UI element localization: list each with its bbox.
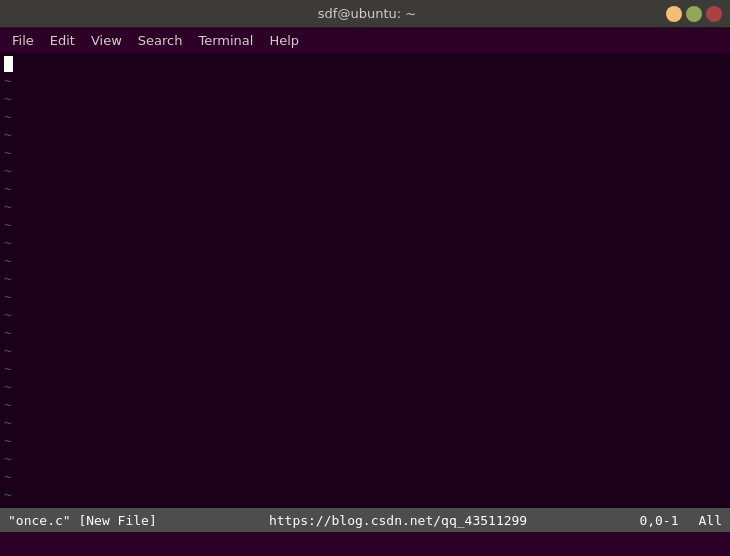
tilde-line: ~ (4, 450, 726, 468)
tilde-line: ~ (4, 126, 726, 144)
menu-terminal[interactable]: Terminal (190, 31, 261, 50)
tilde-line: ~ (4, 234, 726, 252)
tilde-lines: ~~~~~~~~~~~~~~~~~~~~~~~~ (4, 72, 726, 504)
tilde-line: ~ (4, 468, 726, 486)
tilde-line: ~ (4, 144, 726, 162)
close-button[interactable] (706, 6, 722, 22)
tilde-line: ~ (4, 414, 726, 432)
status-url: https://blog.csdn.net/qq_43511299 (269, 513, 527, 528)
window-title: sdf@ubuntu: ~ (68, 6, 666, 21)
title-bar: sdf@ubuntu: ~ (0, 0, 730, 28)
menu-search[interactable]: Search (130, 31, 191, 50)
status-bar: "once.c" [New File] https://blog.csdn.ne… (0, 508, 730, 532)
tilde-line: ~ (4, 162, 726, 180)
tilde-line: ~ (4, 432, 726, 450)
cursor (4, 56, 13, 72)
cursor-line (4, 56, 726, 72)
tilde-line: ~ (4, 198, 726, 216)
menu-edit[interactable]: Edit (42, 31, 83, 50)
editor-content[interactable]: ~~~~~~~~~~~~~~~~~~~~~~~~ "once.c" [New F… (0, 54, 730, 532)
window-controls[interactable] (666, 6, 722, 22)
minimize-button[interactable] (666, 6, 682, 22)
maximize-button[interactable] (686, 6, 702, 22)
menu-bar: File Edit View Search Terminal Help (0, 28, 730, 54)
menu-file[interactable]: File (4, 31, 42, 50)
tilde-line: ~ (4, 396, 726, 414)
tilde-line: ~ (4, 378, 726, 396)
tilde-line: ~ (4, 306, 726, 324)
tilde-line: ~ (4, 108, 726, 126)
status-filename: "once.c" [New File] (8, 513, 157, 528)
tilde-line: ~ (4, 180, 726, 198)
tilde-line: ~ (4, 342, 726, 360)
status-position: 0,0-1 (639, 513, 678, 528)
tilde-line: ~ (4, 324, 726, 342)
tilde-line: ~ (4, 270, 726, 288)
tilde-line: ~ (4, 486, 726, 504)
menu-view[interactable]: View (83, 31, 130, 50)
tilde-line: ~ (4, 72, 726, 90)
menu-help[interactable]: Help (261, 31, 307, 50)
status-scroll: All (699, 513, 722, 528)
tilde-line: ~ (4, 360, 726, 378)
tilde-line: ~ (4, 252, 726, 270)
tilde-line: ~ (4, 216, 726, 234)
tilde-line: ~ (4, 90, 726, 108)
tilde-line: ~ (4, 288, 726, 306)
editor-area[interactable]: ~~~~~~~~~~~~~~~~~~~~~~~~ (0, 54, 730, 532)
